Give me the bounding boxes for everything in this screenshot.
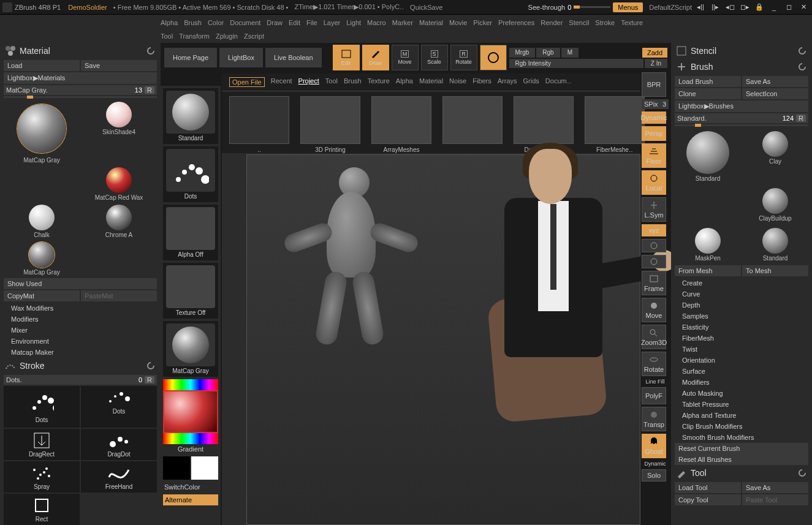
rotate-mode-button[interactable]: RRotate xyxy=(450,45,477,70)
material-item[interactable]: . xyxy=(4,148,80,202)
lock-icon[interactable]: 🔒 xyxy=(754,2,764,12)
secondary-color[interactable] xyxy=(163,456,190,480)
close-icon[interactable]: ✕ xyxy=(799,2,808,12)
edit-mode-button[interactable]: Edit xyxy=(333,45,360,70)
save-brush-button[interactable]: Save As xyxy=(742,76,808,87)
brush-section[interactable]: Alpha and Texture xyxy=(675,410,808,421)
stroke-dots-tile[interactable]: Dots xyxy=(163,146,218,202)
spix-slider[interactable]: SPix3 xyxy=(642,99,669,109)
material-section[interactable]: Matcap Maker xyxy=(4,347,157,358)
reset-button[interactable]: R xyxy=(796,115,806,122)
viewport-3d[interactable] xyxy=(246,154,640,525)
persp-button[interactable]: Persp xyxy=(642,126,666,141)
rotate-view-button[interactable]: Rotate xyxy=(642,352,666,376)
brush-item[interactable]: Clay xyxy=(742,129,808,184)
menu-color[interactable]: Color xyxy=(208,17,224,28)
quicksave-button[interactable]: QuickSave xyxy=(410,4,442,11)
material-item[interactable]: MatCap Red Wax xyxy=(81,166,157,202)
folder-up[interactable]: .. xyxy=(229,96,289,153)
minimize-icon[interactable]: _ xyxy=(769,2,779,12)
menu-draw[interactable]: Draw xyxy=(267,17,283,28)
lightbox-tab-open[interactable]: Open File xyxy=(229,77,265,87)
axis-z-button[interactable] xyxy=(642,255,666,268)
menu-stroke[interactable]: Stroke xyxy=(595,17,615,28)
refresh-icon[interactable] xyxy=(146,46,156,56)
lightbox-tab[interactable]: Fibers xyxy=(472,77,491,87)
brush-section[interactable]: Depth xyxy=(675,300,808,311)
maximize-icon[interactable]: ◻ xyxy=(784,2,794,12)
lightbox-tab[interactable]: Grids xyxy=(523,77,539,87)
menu-layer[interactable]: Layer xyxy=(324,17,341,28)
m-button[interactable]: M xyxy=(561,48,579,58)
folder-item[interactable]: 3D Printing xyxy=(300,96,360,153)
brush-section[interactable]: FiberMesh xyxy=(675,333,808,344)
brush-item[interactable]: Standard xyxy=(742,225,808,264)
rgb-button[interactable]: Rgb xyxy=(536,48,560,58)
xyz-button[interactable]: xyz xyxy=(642,224,666,236)
lightbox-tab[interactable]: Tool xyxy=(325,77,338,87)
matcap-tile[interactable]: MatCap Gray xyxy=(163,321,218,377)
stroke-panel-header[interactable]: Stroke xyxy=(4,358,157,374)
move-view-button[interactable]: Move xyxy=(642,298,666,322)
dynamic-button[interactable]: Dynamic xyxy=(642,111,666,124)
menu-zplugin[interactable]: Zplugin xyxy=(216,31,238,42)
brush-section[interactable]: Clip Brush Modifiers xyxy=(675,421,808,432)
from-mesh-button[interactable]: From Mesh xyxy=(675,265,741,276)
alpha-off-tile[interactable]: Alpha Off xyxy=(163,205,218,260)
z-intensity-label[interactable]: Z In xyxy=(645,59,667,68)
lightbox-materials-button[interactable]: Lightbox▶Materials xyxy=(4,72,157,84)
lightbox-tab[interactable]: Docum‥ xyxy=(545,77,571,87)
brush-section[interactable]: Tablet Pressure xyxy=(675,399,808,410)
paste-mat-button[interactable]: PasteMat xyxy=(81,290,157,301)
menu-stencil[interactable]: Stencil xyxy=(569,17,589,28)
live-boolean-button[interactable]: Live Boolean xyxy=(265,48,322,67)
lightbox-tab[interactable]: Material xyxy=(419,77,443,87)
to-mesh-button[interactable]: To Mesh xyxy=(742,265,808,276)
load-tool-button[interactable]: Load Tool xyxy=(675,482,741,493)
material-section[interactable]: Modifiers xyxy=(4,314,157,325)
menu-file[interactable]: File xyxy=(306,17,317,28)
switch-color-button[interactable]: SwitchColor xyxy=(163,482,218,492)
reset-button[interactable]: R xyxy=(145,86,154,94)
current-material-slider[interactable]: MatCap Gray. 13 R xyxy=(4,85,157,95)
scale-mode-button[interactable]: SScale xyxy=(421,45,448,70)
paste-tool-button[interactable]: Paste Tool xyxy=(742,494,808,505)
show-used-button[interactable]: Show Used xyxy=(4,278,157,289)
tool-panel-header[interactable]: Tool xyxy=(675,465,808,481)
bpr-button[interactable]: BPR xyxy=(642,72,666,97)
load-brush-button[interactable]: Load Brush xyxy=(675,76,741,87)
polyf-button[interactable]: PolyF xyxy=(642,387,666,404)
dock-left-icon[interactable]: ◂◻ xyxy=(725,2,735,12)
menu-render[interactable]: Render xyxy=(541,17,563,28)
copy-tool-button[interactable]: Copy Tool xyxy=(675,494,741,505)
brush-section[interactable]: Surface xyxy=(675,366,808,377)
hue-strip-bottom[interactable] xyxy=(163,433,218,444)
brush-section[interactable]: Twist xyxy=(675,344,808,355)
ghost-button[interactable]: Ghost xyxy=(642,434,666,458)
lightbox-tab[interactable]: Arrays xyxy=(498,77,517,87)
zadd-button[interactable]: Zadd xyxy=(642,48,667,58)
menu-marker[interactable]: Marker xyxy=(392,17,413,28)
home-page-button[interactable]: Home Page xyxy=(164,48,217,67)
material-panel-header[interactable]: Material xyxy=(4,43,157,59)
brush-item[interactable]: . xyxy=(675,173,741,224)
stroke-item[interactable]: Rect xyxy=(4,494,80,525)
menu-macro[interactable]: Macro xyxy=(367,17,386,28)
menu-light[interactable]: Light xyxy=(346,17,361,28)
menus-button[interactable]: Menus xyxy=(613,2,643,12)
lightbox-tab[interactable]: Noise xyxy=(449,77,466,87)
texture-off-tile[interactable]: Texture Off xyxy=(163,263,218,319)
brush-slider[interactable]: Standard. 124 R xyxy=(675,113,808,123)
mrgb-button[interactable]: Mrgb xyxy=(509,48,536,58)
stencil-panel-header[interactable]: Stencil xyxy=(675,43,808,59)
menu-movie[interactable]: Movie xyxy=(449,17,467,28)
stroke-item[interactable]: DragRect xyxy=(4,429,80,460)
lsym-button[interactable]: L.Sym xyxy=(642,197,666,222)
stroke-item[interactable]: DragDot xyxy=(81,429,157,460)
brush-section[interactable]: Orientation xyxy=(675,355,808,366)
stroke-item[interactable]: FreeHand xyxy=(81,461,157,493)
menu-alpha[interactable]: Alpha xyxy=(161,17,178,28)
rgb-intensity-slider[interactable]: Rgb Intensity xyxy=(509,59,643,68)
primary-color[interactable] xyxy=(191,456,218,480)
reset-button[interactable]: R xyxy=(145,376,154,383)
